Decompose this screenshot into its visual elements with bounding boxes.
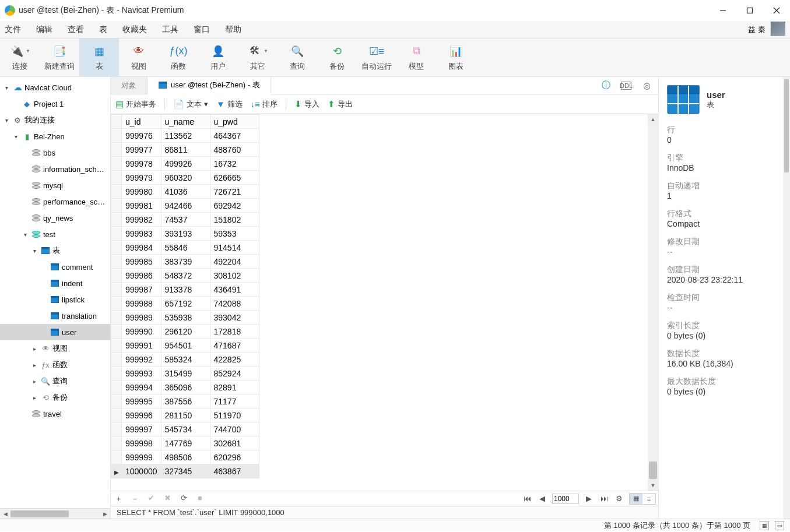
next-page-button[interactable]: ▶ [584,494,594,503]
user-name[interactable]: 益 秦 [748,24,766,35]
menu-7[interactable]: 帮助 [225,24,241,35]
db-test[interactable]: ▾test [0,226,110,242]
avatar[interactable] [769,22,785,38]
filter-button[interactable]: ▼筛选 [216,99,243,110]
text-mode-button[interactable]: 📄文本 ▾ [173,99,208,110]
table-row[interactable]: 999985383739492204 [111,255,259,269]
ddl-tab-icon[interactable]: DDL [621,82,631,90]
panel-scrollbar[interactable] [783,77,790,519]
project-node[interactable]: ◆Project 1 [0,96,110,112]
table-row[interactable]: 999997545734744700 [111,422,259,436]
table-row[interactable]: 999979960320626665 [111,171,259,185]
tool-user[interactable]: 👤用户 [198,38,238,77]
table-row[interactable]: 99998274537151802 [111,213,259,227]
tool-table[interactable]: ▦表 [79,38,119,77]
db-qy_news[interactable]: qy_news [0,210,110,226]
first-page-button[interactable]: ⏮ [522,494,532,503]
my-connections-node[interactable]: ▾⚙我的连接 [0,112,110,128]
form-view-button[interactable]: ≡ [642,494,655,504]
col-u_name[interactable]: u_name [161,115,210,129]
refresh-button[interactable]: ⟳ [178,494,189,504]
table-row[interactable]: 999976113562464367 [111,129,259,143]
tool-wrench[interactable]: 🛠▼其它 [238,38,278,77]
table-row[interactable]: 999987913378436491 [111,283,259,297]
tool-doc-plus[interactable]: 📑新建查询 [40,38,79,77]
apply-button[interactable]: ✔ [146,494,156,504]
tab-objects[interactable]: 对象 [111,77,148,94]
grid-view-button[interactable]: ▦ [630,494,642,504]
table-row[interactable]: 999981942466692942 [111,199,259,213]
table-row[interactable]: 99999436509682891 [111,380,259,394]
menu-0[interactable]: 文件 [5,24,21,35]
cancel-button[interactable]: ✖ [162,494,173,504]
close-button[interactable] [763,0,790,21]
table-translation[interactable]: translation [0,308,110,324]
preview-tab-icon[interactable]: ◎ [641,80,652,91]
db-information_schema[interactable]: information_schema [0,161,110,177]
tables-node[interactable]: ▾表 [0,242,110,259]
tool-fx[interactable]: ƒ(x)函数 [159,38,198,77]
sort-button[interactable]: ↓≡排序 [251,99,278,110]
table-row[interactable]: 99997849992616732 [111,157,259,171]
import-button[interactable]: ⬇导入 [294,99,319,110]
tool-backup[interactable]: ⟲备份 [317,38,357,77]
table-row[interactable]: 99998339319359353 [111,227,259,241]
menu-1[interactable]: 编辑 [36,24,52,35]
menu-3[interactable]: 表 [99,24,107,35]
table-row[interactable]: ▶1000000327345463867 [111,464,259,478]
minimize-button[interactable] [710,0,736,21]
maximize-button[interactable] [736,0,763,21]
table-row[interactable]: 99999538755671177 [111,394,259,408]
table-row[interactable]: 999986548372308102 [111,269,259,283]
begin-transaction-button[interactable]: ▤开始事务 [115,99,156,110]
page-input[interactable] [552,494,579,504]
node-备份[interactable]: ▸⟲备份 [0,389,110,406]
table-row[interactable]: 999988657192742088 [111,297,259,311]
tool-view[interactable]: 👁视图 [119,38,159,77]
add-row-button[interactable]: ＋ [113,494,124,504]
col-u_pwd[interactable]: u_pwd [210,115,259,129]
table-row[interactable]: 99998455846914514 [111,241,259,255]
last-page-button[interactable]: ⏭ [599,494,609,503]
stop-button[interactable]: ■ [195,494,205,504]
data-grid[interactable]: u_idu_nameu_pwd 999976113562464367999977… [111,114,648,491]
col-u_id[interactable]: u_id [122,115,161,129]
menu-5[interactable]: 工具 [162,24,178,35]
table-row[interactable]: 999999498506620296 [111,450,259,464]
db-mysql[interactable]: mysql [0,177,110,193]
settings-button[interactable]: ⚙ [614,494,624,503]
table-row[interactable]: 999992585324422825 [111,353,259,367]
db-bbs[interactable]: bbs [0,145,110,161]
tool-auto[interactable]: ☑≡自动运行 [357,38,396,77]
delete-row-button[interactable]: － [129,494,140,504]
db-travel[interactable]: travel [0,406,110,422]
table-row[interactable]: 999990296120172818 [111,325,259,339]
table-comment[interactable]: comment [0,259,110,275]
menu-4[interactable]: 收藏夹 [122,24,147,35]
status-grid-icon[interactable]: ▦ [760,521,769,530]
menu-2[interactable]: 查看 [68,24,84,35]
menu-6[interactable]: 窗口 [194,24,210,35]
connection-node[interactable]: ▾▮Bei-Zhen [0,128,110,145]
prev-page-button[interactable]: ◀ [537,494,547,503]
grid-vertical-scrollbar[interactable]: ▲▼ [648,114,658,491]
table-row[interactable]: 99998041036726721 [111,185,259,199]
tool-plug[interactable]: 🔌▼连接 [0,38,40,77]
sidebar-scrollbar[interactable]: ◀▶ [0,508,110,519]
tool-model[interactable]: ⧉模型 [396,38,436,77]
node-视图[interactable]: ▸👁视图 [0,340,110,357]
tool-query[interactable]: 🔍查询 [278,38,317,77]
address-bar[interactable] [271,77,594,94]
info-tab-icon[interactable]: ⓘ [600,80,612,91]
table-indent[interactable]: indent [0,275,110,291]
tool-chart[interactable]: 📊图表 [436,38,476,77]
table-row[interactable]: 999996281150511970 [111,408,259,422]
table-lipstick[interactable]: lipstick [0,291,110,308]
cloud-node[interactable]: ▾☁Navicat Cloud [0,79,110,96]
table-row[interactable]: 999998147769302681 [111,436,259,450]
export-button[interactable]: ⬆导出 [328,99,353,110]
status-card-icon[interactable]: ▭ [775,521,784,530]
db-performance_schema[interactable]: performance_schema [0,193,110,210]
table-user[interactable]: user [0,324,110,340]
table-row[interactable]: 99997786811488760 [111,143,259,157]
